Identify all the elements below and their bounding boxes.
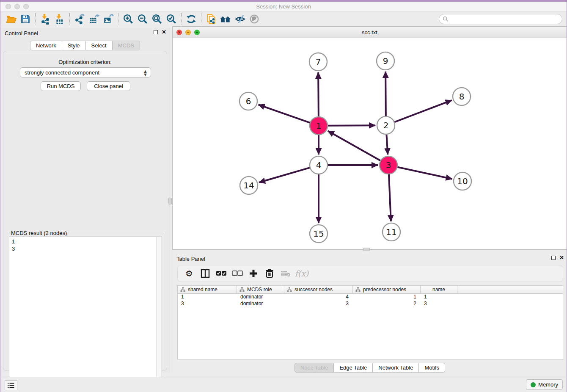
create-column-icon[interactable] [246,267,261,280]
edge-1-7[interactable] [318,72,319,117]
node-label: 7 [316,57,321,67]
clone-network-icon[interactable] [204,13,218,25]
delete-column-icon[interactable] [262,267,277,280]
network-window-titlebar[interactable]: × − + scc.txt [173,27,567,38]
task-history-button[interactable] [5,380,17,390]
edge-3-1[interactable] [328,131,381,160]
network-graph[interactable]: 1234678910111415 [173,38,567,249]
edge-2-3[interactable] [386,134,388,155]
control-panel-tabs: NetworkStyleSelectMCDS [0,41,170,50]
table-body[interactable]: 1dominator4113dominator323 [178,294,563,307]
main-titlebar: Session: New Session [0,2,567,12]
import-network-icon[interactable] [38,13,52,25]
edge-2-9[interactable] [385,72,386,116]
export-table-icon[interactable] [87,13,101,25]
search-box[interactable] [439,14,562,24]
tab-motifs[interactable]: Motifs [419,363,445,373]
export-network-icon[interactable] [72,13,87,25]
zoom-in-icon[interactable] [121,13,135,25]
node-label: 1 [316,121,322,131]
graph-node-9[interactable]: 9 [377,52,394,70]
save-session-icon[interactable] [18,13,33,25]
table-header-row[interactable]: shared nameMCDS rolesuccessor nodesprede… [178,286,563,294]
mcds-result-title: MCDS result (2 nodes) [10,230,68,236]
vertical-splitter-handle[interactable] [168,198,172,204]
edge-4-14[interactable] [259,168,310,182]
table-row[interactable]: 3dominator323 [178,301,563,307]
cell-shared-name[interactable]: 1 [178,294,237,301]
zoom-fit-icon[interactable] [150,13,164,25]
show-all-icon[interactable] [247,13,261,25]
graph-node-15[interactable]: 15 [310,225,328,243]
show-columns-icon[interactable] [198,267,212,280]
close-panel-icon[interactable]: ✕ [162,30,166,34]
tab-network-table[interactable]: Network Table [373,363,419,373]
unselect-all-columns-icon[interactable] [230,267,245,280]
refresh-icon[interactable] [184,13,198,25]
edge-1-2[interactable] [328,125,375,126]
float-panel-icon[interactable] [154,30,158,34]
cell-MCDS-role[interactable]: dominator [237,301,284,307]
column-header-name[interactable]: name [421,286,457,293]
open-file-icon[interactable] [4,13,18,25]
table-settings-gear-icon[interactable]: ⚙ [182,267,196,280]
column-header-MCDS-role[interactable]: MCDS role [237,286,284,293]
toolbar-separator [181,13,182,25]
cell-successor-nodes[interactable]: 4 [284,294,353,301]
edge-1-6[interactable] [259,105,311,123]
graph-node-6[interactable]: 6 [239,92,257,110]
graph-node-11[interactable]: 11 [383,223,400,241]
tab-style[interactable]: Style [62,41,86,50]
tab-node-table[interactable]: Node Table [295,363,334,373]
hierarchy-icon [287,287,292,292]
graph-node-4[interactable]: 4 [310,156,328,174]
horizontal-splitter-handle[interactable] [363,248,370,251]
cell-predecessor-nodes[interactable]: 2 [353,301,421,307]
edge-2-8[interactable] [394,100,452,122]
tab-network[interactable]: Network [30,41,62,50]
cell-name[interactable]: 1 [421,294,457,301]
close-panel-button[interactable]: Close panel [87,81,130,91]
import-table-icon[interactable] [52,13,67,25]
cell-predecessor-nodes[interactable]: 1 [353,294,421,301]
float-table-panel-icon[interactable] [551,256,556,260]
zoom-selected-icon[interactable] [164,13,179,25]
hide-selected-icon[interactable] [233,13,247,25]
mcds-result-list[interactable]: 1 3 [9,237,162,390]
edge-3-10[interactable] [397,167,452,179]
table-row[interactable]: 1dominator411 [178,294,563,301]
run-mcds-button[interactable]: Run MCDS [41,81,81,91]
search-input[interactable] [449,15,562,23]
zoom-out-icon[interactable] [135,13,150,25]
graph-node-2[interactable]: 2 [377,116,395,134]
tab-mcds[interactable]: MCDS [113,41,140,50]
result-scrollbar[interactable] [156,237,162,390]
cell-MCDS-role[interactable]: dominator [237,294,284,301]
select-all-columns-icon[interactable] [214,267,228,280]
close-table-panel-icon[interactable]: ✕ [559,256,564,260]
table-panel: Table Panel ✕ ⚙ f(x) shared nameMCDS rol… [172,253,567,377]
graph-node-10[interactable]: 10 [454,172,471,190]
first-neighbors-icon[interactable] [218,13,233,25]
column-header-predecessor-nodes[interactable]: predecessor nodes [353,286,421,293]
edge-3-11[interactable] [389,174,391,221]
criterion-dropdown[interactable]: strongly connected component ▲▼ [20,67,151,77]
graph-node-14[interactable]: 14 [240,177,258,194]
table-tabs: Node TableEdge TableNetwork TableMotifs [172,363,567,373]
column-header-shared-name[interactable]: shared name [178,286,237,293]
cell-successor-nodes[interactable]: 3 [284,301,353,307]
graph-node-7[interactable]: 7 [309,53,327,71]
toolbar-separator [69,13,70,25]
graph-node-8[interactable]: 8 [453,88,471,105]
tab-select[interactable]: Select [86,41,113,50]
memory-button[interactable]: Memory [526,379,563,390]
cell-name[interactable]: 3 [421,301,457,307]
graph-node-1[interactable]: 1 [310,117,328,135]
cell-shared-name[interactable]: 3 [178,301,237,307]
export-image-icon[interactable] [101,13,116,25]
tab-edge-table[interactable]: Edge Table [334,363,373,373]
network-canvas[interactable]: 1234678910111415 [173,38,567,249]
graph-node-3[interactable]: 3 [380,156,397,174]
node-table: shared nameMCDS rolesuccessor nodesprede… [177,285,563,360]
column-header-successor-nodes[interactable]: successor nodes [284,286,353,293]
